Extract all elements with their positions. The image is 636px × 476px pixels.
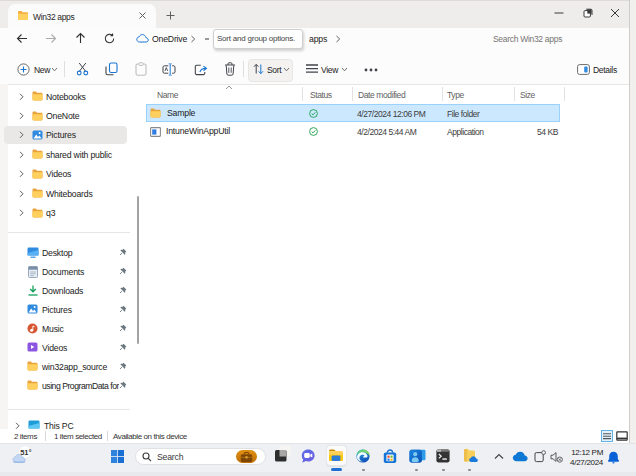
svg-text:51°: 51° bbox=[20, 448, 31, 457]
